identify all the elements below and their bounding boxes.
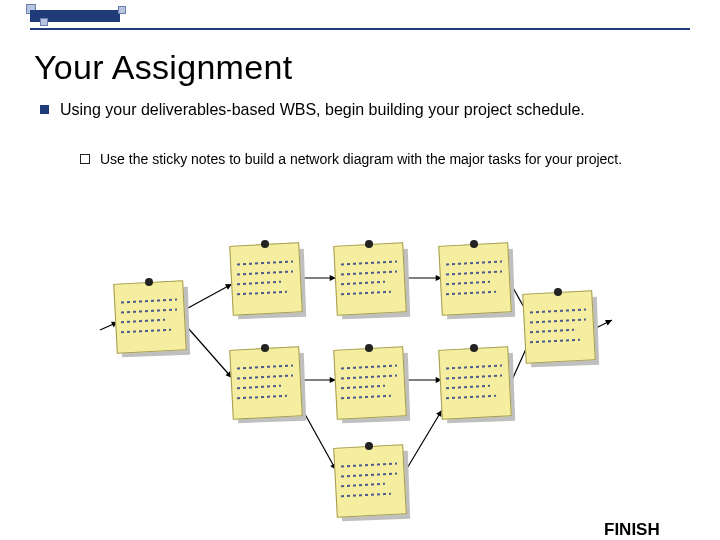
accent-square-icon	[118, 6, 126, 14]
sticky-note	[440, 348, 516, 424]
bullet-level-2: Use the sticky notes to build a network …	[100, 150, 660, 168]
sticky-note	[231, 244, 307, 320]
pushpin-icon	[365, 240, 373, 248]
sticky-note	[115, 282, 191, 358]
svg-line-2	[188, 284, 232, 308]
pushpin-icon	[145, 278, 153, 286]
accent-square-icon	[40, 18, 48, 26]
pushpin-icon	[365, 442, 373, 450]
header-accent	[0, 0, 720, 28]
finish-label: FINISH	[604, 520, 660, 540]
sticky-note	[231, 348, 307, 424]
sticky-note	[335, 446, 411, 522]
slide: Your Assignment Using your deliverables-…	[0, 0, 720, 540]
divider	[30, 28, 690, 30]
bullet-level-1: Using your deliverables-based WBS, begin…	[60, 100, 660, 121]
slide-title: Your Assignment	[34, 48, 292, 87]
pushpin-icon	[470, 240, 478, 248]
sticky-note	[524, 292, 600, 368]
sticky-note	[335, 244, 411, 320]
svg-line-4	[188, 328, 232, 378]
svg-line-16	[406, 410, 442, 470]
sticky-note	[335, 348, 411, 424]
pushpin-icon	[470, 344, 478, 352]
pushpin-icon	[554, 288, 562, 296]
pushpin-icon	[261, 344, 269, 352]
diagram-canvas: START FINISH	[0, 220, 720, 520]
pushpin-icon	[261, 240, 269, 248]
pushpin-icon	[365, 344, 373, 352]
sticky-note	[440, 244, 516, 320]
